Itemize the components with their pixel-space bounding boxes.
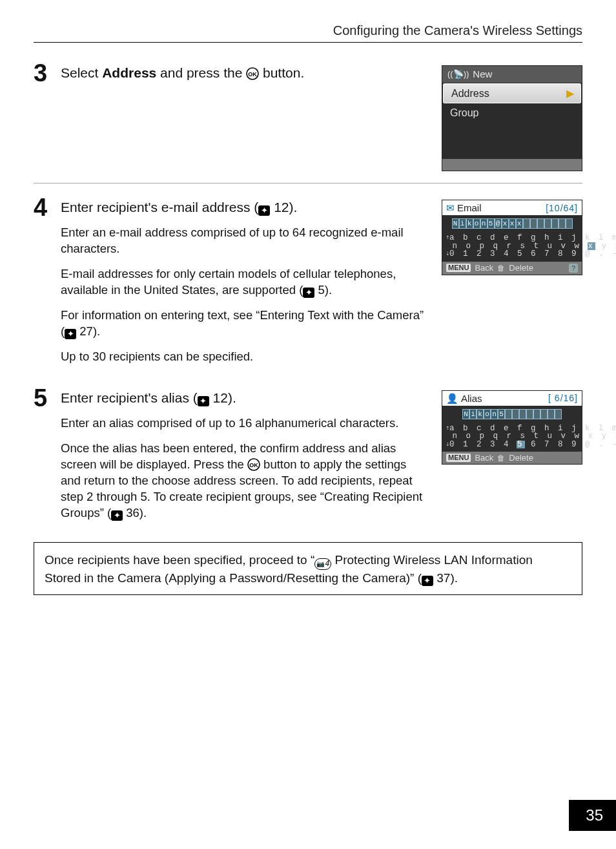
ok-icon: OK [247,458,260,471]
camera-menu-item-address-label: Address [451,88,489,100]
svg-text:OK: OK [248,71,257,78]
chevron-right-icon: ▶ [566,87,574,100]
page-ref-icon: ✦ [422,576,433,586]
callout-t1: Once recipients have been specified, pro… [45,553,314,567]
page-ref-icon: ✦ [303,288,314,298]
step3-title-post: and press the [156,65,246,80]
step-4: 4 Enter recipient's e-mail address (✦ 12… [34,195,582,374]
divider [34,183,582,183]
delete-label[interactable]: Delete [509,264,533,272]
step4-p3: For information on entering text, see “E… [61,308,429,340]
camera-alias-entry: 👤Alias [ 6/16] Nikon5........ ⇡a b c d e… [442,390,582,465]
step-3-number: 3 [34,61,61,85]
camera-menu-footer [442,159,582,171]
next-step-callout: Once recipients have been specified, pro… [34,542,582,596]
step3-title-end: button. [259,65,304,80]
email-icon: ✉ [446,202,455,213]
step5-p2-ref: 36). [123,506,147,519]
callout-badge-num: 4 [325,558,329,569]
email-entry-counter: [10/64] [546,204,578,213]
alias-entry-label: Alias [461,393,482,404]
trash-icon: 🗑 [497,454,505,462]
step-4-title: Enter recipient's e-mail address (✦ 12). [61,200,429,216]
alias-entry-counter: [ 6/16] [548,393,578,403]
step-5-title: Enter recipient's alias (✦ 12). [61,390,429,406]
menu-badge: MENU [446,454,471,462]
step4-p1: Enter an e-mail address comprised of up … [61,225,429,257]
step4-title-pre: Enter recipient's e-mail address ( [61,200,258,215]
step4-p2-pre: E-mail addresses for only certain models… [61,267,396,297]
page-ref-icon: ✦ [65,329,76,339]
kb-row-3b: 6 7 8 9 @ . – [524,441,616,449]
camera-menu-title: New [473,68,492,79]
trash-icon: 🗑 [497,264,505,272]
step4-p4: Up to 30 recipients can be specified. [61,349,429,365]
person-icon: 👤 [446,393,458,404]
step4-p2: E-mail addresses for only certain models… [61,266,429,299]
step-4-badge-icon: 4 [314,558,331,570]
camera-menu-item-address[interactable]: Address ▶ [443,83,581,103]
camera-menu-new: ((📡)) New Address ▶ Group [442,65,582,171]
email-entry-keyboard[interactable]: ⇡a b c d e f g h i j k l m◄► n o p q r s… [442,232,582,262]
step-5: 5 Enter recipient's alias (✦ 12). Enter … [34,386,582,530]
kb-row-1: a b c d e f g h i j k l m [449,234,616,242]
step3-title-bold: Address [102,65,156,80]
kb-row-3a: 0 1 2 3 4 [449,441,517,449]
email-entry-label: Email [457,202,482,213]
help-icon[interactable]: ? [569,264,578,273]
camera-menu-item-group-label: Group [450,107,478,119]
page-ref-icon: ✦ [198,396,209,406]
step-4-number: 4 [34,195,61,220]
step5-p2: Once the alias has been entered, the con… [61,441,429,521]
kb-row-2: n o p q r s t u v w x y z [453,432,616,441]
camera-email-entry: ✉Email [10/64] Nikon5@xxx....... ⇡a b c … [442,200,582,275]
step-5-number: 5 [34,386,61,410]
step4-title-ref: 12). [270,200,297,215]
back-label[interactable]: Back [475,264,493,272]
step5-title-ref: 12). [209,390,236,405]
step5-title-pre: Enter recipient's alias ( [61,390,198,405]
back-label[interactable]: Back [475,454,493,462]
alias-entry-keyboard[interactable]: ⇡a b c d e f g h i j k l m◄► n o p q r s… [442,423,582,452]
page-ref-icon: ✦ [111,510,123,521]
page-ref-icon: ✦ [258,205,270,216]
camera-menu-item-group[interactable]: Group [442,104,582,122]
step4-p3-pre: For information on entering text, see “E… [61,308,424,338]
alias-entry-field[interactable]: Nikon5........ [442,406,582,423]
ok-icon: OK [246,67,259,80]
step-3: 3 Select Address and press the OK button… [34,61,582,171]
step3-title-pre: Select [61,65,102,80]
step4-p3-ref: 27). [76,324,100,338]
callout-ref: 37). [433,571,458,585]
page-number: 35 [569,800,616,831]
menu-badge: MENU [446,264,471,272]
step4-p2-ref: 5). [314,283,332,297]
kb-row-3: 0 1 2 3 4 5 6 7 8 9 @ . – [449,250,616,258]
antenna-icon: ((📡)) [447,69,469,79]
email-entry-field[interactable]: Nikon5@xxx....... [442,215,582,232]
header-rule [34,42,582,43]
running-head: Configuring the Camera's Wireless Settin… [34,23,582,38]
svg-text:OK: OK [249,462,258,468]
step5-p1: Enter an alias comprised of up to 16 alp… [61,415,429,432]
delete-label[interactable]: Delete [509,454,533,462]
camera-menu-header: ((📡)) New [442,66,582,83]
step-3-title: Select Address and press the OK button. [61,65,429,81]
